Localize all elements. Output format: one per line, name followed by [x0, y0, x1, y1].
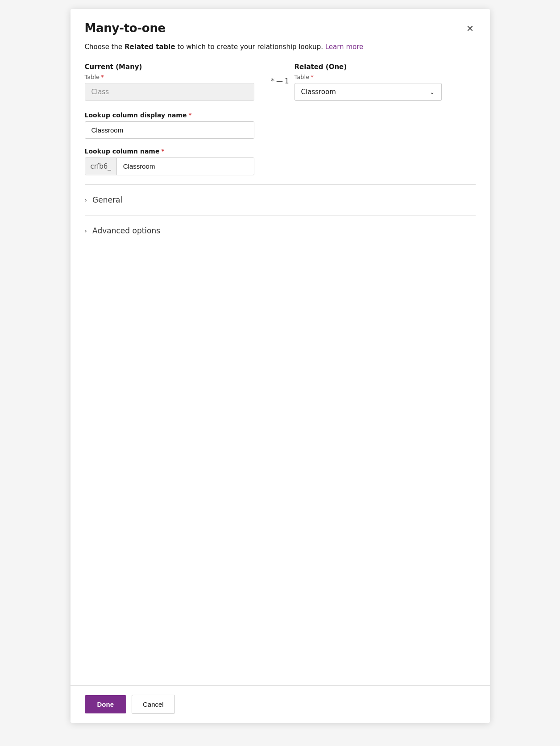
lookup-display-label: Lookup column display name *	[85, 112, 476, 119]
related-section-heading: Related (One)	[295, 63, 476, 71]
lookup-name-row: crfb6_	[85, 157, 254, 175]
current-table-section: Current (Many) Table * Class	[85, 63, 266, 101]
subtitle-rest: to which to create your relationship loo…	[175, 43, 323, 51]
lookup-name-label: Lookup column name *	[85, 148, 476, 155]
lookup-name-input[interactable]	[117, 158, 254, 174]
related-table-value: Classroom	[301, 88, 336, 96]
subtitle-bold: Related table	[124, 43, 175, 51]
connector-dash: —	[276, 77, 283, 85]
general-section: › General	[85, 185, 476, 216]
dialog-body: Current (Many) Table * Class * — 1 Relat…	[71, 52, 490, 686]
required-star-current: *	[101, 74, 104, 80]
lookup-name-prefix: crfb6_	[85, 158, 117, 175]
dialog-footer: Done Cancel	[71, 685, 490, 723]
connector-one: 1	[285, 77, 289, 85]
related-table-section: Related (One) Table * Classroom ⌄	[295, 63, 476, 101]
lookup-display-section: Lookup column display name *	[85, 112, 476, 139]
cancel-button[interactable]: Cancel	[132, 695, 175, 714]
relationship-connector: * — 1	[265, 77, 294, 85]
chevron-right-general-icon: ›	[85, 196, 87, 203]
advanced-section-label: Advanced options	[92, 226, 160, 235]
chevron-down-icon: ⌄	[430, 88, 435, 95]
general-section-header[interactable]: › General	[85, 194, 476, 206]
tables-row: Current (Many) Table * Class * — 1 Relat…	[85, 63, 476, 101]
advanced-section-header[interactable]: › Advanced options	[85, 224, 476, 237]
dialog-title: Many-to-one	[85, 21, 166, 35]
close-icon: ✕	[466, 24, 474, 33]
connector-star: *	[271, 77, 274, 85]
required-star-name: *	[161, 148, 164, 154]
learn-more-link[interactable]: Learn more	[325, 43, 364, 51]
close-button[interactable]: ✕	[465, 22, 476, 35]
related-table-select[interactable]: Classroom ⌄	[295, 83, 442, 101]
advanced-section: › Advanced options	[85, 216, 476, 246]
chevron-right-advanced-icon: ›	[85, 227, 87, 234]
dialog-header: Many-to-one ✕	[71, 9, 490, 35]
current-table-label: Table *	[85, 74, 266, 80]
done-button[interactable]: Done	[85, 695, 127, 713]
lookup-display-input[interactable]	[85, 121, 254, 139]
general-section-label: General	[92, 195, 122, 204]
subtitle-text: Choose the	[85, 43, 125, 51]
required-star-related: *	[311, 74, 314, 80]
current-section-heading: Current (Many)	[85, 63, 266, 71]
dialog-subtitle: Choose the Related table to which to cre…	[71, 35, 490, 52]
many-to-one-dialog: Many-to-one ✕ Choose the Related table t…	[71, 9, 490, 723]
lookup-name-section: Lookup column name * crfb6_	[85, 148, 476, 175]
related-table-label: Table *	[295, 74, 476, 80]
current-table-input: Class	[85, 83, 254, 101]
required-star-display: *	[188, 112, 191, 118]
